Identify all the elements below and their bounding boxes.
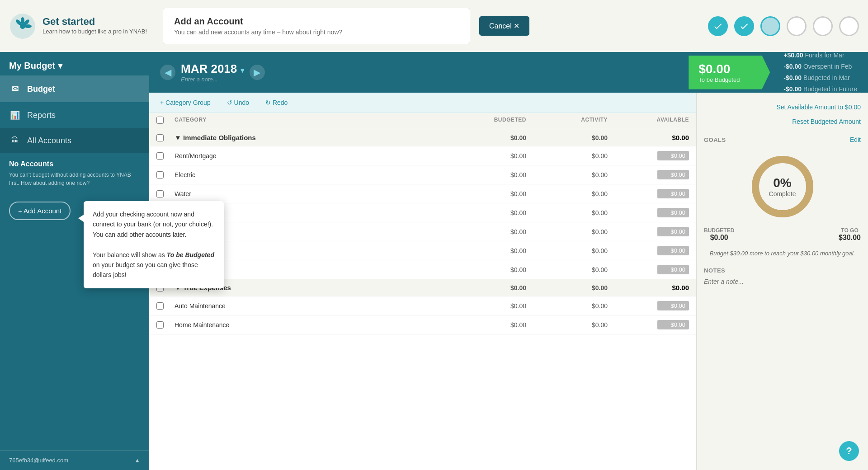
activity-cell: $0.00: [526, 228, 608, 235]
notes-input[interactable]: [704, 278, 861, 285]
table-row[interactable]: Auto Maintenance$0.00$0.00$0.00: [149, 296, 696, 315]
toolbar: + Category Group ↺ Undo ↻ Redo: [149, 93, 696, 113]
row-checkbox[interactable]: [156, 190, 164, 197]
header-available: AVAILABLE: [608, 117, 689, 125]
cancel-button[interactable]: Cancel ✕: [479, 16, 529, 36]
my-budget-title[interactable]: My Budget ▾: [9, 60, 140, 71]
goals-title: GOALS: [704, 136, 726, 143]
add-account-card: Add an Account You can add new accounts …: [163, 8, 470, 44]
table-main: + Category Group ↺ Undo ↻ Redo CATEGORY …: [149, 93, 696, 470]
to-be-budgeted-amount: $0.00: [698, 62, 750, 76]
budgeted-stat: BUDGETED $0.00: [704, 227, 734, 242]
row-checkbox[interactable]: [156, 134, 164, 141]
goals-stats: BUDGETED $0.00 TO GO $30.00: [704, 227, 861, 242]
activity-cell: $0.00: [526, 190, 608, 197]
row-checkbox[interactable]: [156, 302, 164, 310]
budgeted-in-mar: -$0.00 Budgeted in Mar: [783, 72, 857, 84]
svg-point-5: [20, 24, 25, 29]
step-2[interactable]: [734, 16, 754, 36]
available-cell: $0.00: [608, 265, 689, 274]
header-checkbox-col: [156, 117, 175, 125]
table-row[interactable]: Electric$0.00$0.00$0.00: [149, 165, 696, 184]
step-6[interactable]: [839, 16, 859, 36]
activity-cell: $0.00: [526, 247, 608, 254]
logo-area: Get started Learn how to budget like a p…: [9, 13, 158, 40]
sidebar-item-reports[interactable]: 📊 Reports: [0, 102, 149, 128]
help-button[interactable]: ?: [839, 441, 859, 461]
table-row[interactable]: ▼ True Expenses$0.00$0.00$0.00: [149, 279, 696, 296]
row-checkbox[interactable]: [156, 152, 164, 160]
all-accounts-label: All Accounts: [27, 136, 71, 146]
available-cell: $0.00: [608, 301, 689, 310]
table-row[interactable]: Transportation$0.00$0.00$0.00: [149, 241, 696, 260]
budgeted-cell[interactable]: $0.00: [445, 171, 526, 179]
category-name: Rent/Mortgage: [175, 152, 445, 160]
add-account-button[interactable]: + Add Account: [9, 202, 71, 220]
month-note[interactable]: Enter a note...: [181, 76, 244, 83]
collapse-icon[interactable]: ▲: [134, 457, 140, 464]
edit-link[interactable]: Edit: [850, 136, 861, 143]
table-row[interactable]: Water$0.00$0.00$0.00: [149, 184, 696, 203]
main-layout: My Budget ▾ ✉ Budget 📊 Reports 🏛 All Acc…: [0, 52, 868, 470]
category-name: Electric: [175, 171, 445, 179]
category-name: Auto Maintenance: [175, 302, 445, 310]
next-month-button[interactable]: ▶: [250, 65, 265, 80]
dropdown-icon: ▾: [58, 60, 62, 71]
redo-button[interactable]: ↻ Redo: [262, 97, 291, 108]
notes-title: NOTES: [704, 267, 861, 274]
prev-month-button[interactable]: ◀: [160, 65, 175, 80]
notes-section: NOTES: [704, 267, 861, 286]
budgeted-cell[interactable]: $0.00: [445, 228, 526, 235]
overspent-in-feb: -$0.00 Overspent in Feb: [783, 61, 857, 72]
available-cell: $0.00: [608, 208, 689, 217]
step-3[interactable]: [760, 16, 780, 36]
select-all-checkbox[interactable]: [156, 117, 164, 124]
reset-budgeted-action[interactable]: Reset Budgeted Amount: [704, 114, 861, 129]
category-group-button[interactable]: + Category Group: [156, 97, 214, 108]
table-row[interactable]: Groceries$0.00$0.00$0.00: [149, 222, 696, 241]
donut-chart: 0% Complete BUDGETED $0.00 TO GO: [704, 150, 861, 242]
to-go-stat-value: $30.00: [839, 234, 861, 242]
step-5[interactable]: [813, 16, 833, 36]
donut-center: 0% Complete: [769, 176, 796, 197]
budgeted-cell[interactable]: $0.00: [445, 302, 526, 310]
activity-cell: $0.00: [526, 266, 608, 273]
goals-note: Budget $30.00 more to reach your $30.00 …: [704, 249, 861, 258]
reports-icon: 📊: [9, 109, 21, 121]
row-checkbox[interactable]: [156, 321, 164, 329]
top-banner: Get started Learn how to budget like a p…: [0, 0, 868, 52]
step-1[interactable]: [708, 16, 728, 36]
budgeted-cell: $0.00: [445, 284, 526, 291]
goals-header: GOALS Edit: [704, 136, 861, 143]
reports-label: Reports: [27, 111, 56, 120]
budgeted-stat-label: BUDGETED: [704, 227, 734, 234]
budget-label: Budget: [27, 85, 55, 94]
available-cell: $0.00: [608, 246, 689, 255]
step-4[interactable]: [787, 16, 807, 36]
table-row[interactable]: Home Maintenance$0.00$0.00$0.00: [149, 315, 696, 334]
tooltip-popup: Add your checking account now and connec…: [84, 201, 224, 288]
category-name: Water: [175, 190, 445, 197]
user-email: 765efb34@uifeed.com: [9, 457, 68, 464]
set-available-action[interactable]: Set Available Amount to $0.00: [704, 100, 861, 114]
budgeted-cell[interactable]: $0.00: [445, 152, 526, 160]
table-row[interactable]: Interest & Fees$0.00$0.00$0.00: [149, 260, 696, 279]
to-go-stat: TO GO $30.00: [839, 227, 861, 242]
table-row[interactable]: ▼ Immediate Obligations$0.00$0.00$0.00: [149, 129, 696, 146]
budgeted-cell[interactable]: $0.00: [445, 247, 526, 254]
table-row[interactable]: Internet$0.00$0.00$0.00: [149, 203, 696, 222]
table-row[interactable]: Rent/Mortgage$0.00$0.00$0.00: [149, 146, 696, 165]
budgeted-cell[interactable]: $0.00: [445, 321, 526, 329]
row-checkbox[interactable]: [156, 171, 164, 179]
budgeted-cell[interactable]: $0.00: [445, 190, 526, 197]
undo-button[interactable]: ↺ Undo: [223, 97, 253, 108]
progress-steps: [708, 16, 859, 36]
budgeted-cell[interactable]: $0.00: [445, 209, 526, 216]
budgeted-cell[interactable]: $0.00: [445, 266, 526, 273]
add-account-description: You can add new accounts any time – how …: [174, 28, 459, 36]
sidebar-item-budget[interactable]: ✉ Budget: [0, 76, 149, 102]
sidebar-header: My Budget ▾: [0, 52, 149, 76]
activity-cell: $0.00: [526, 284, 608, 291]
no-accounts-text: You can't budget without adding accounts…: [9, 171, 140, 187]
sidebar-item-all-accounts[interactable]: 🏛 All Accounts: [0, 128, 149, 153]
